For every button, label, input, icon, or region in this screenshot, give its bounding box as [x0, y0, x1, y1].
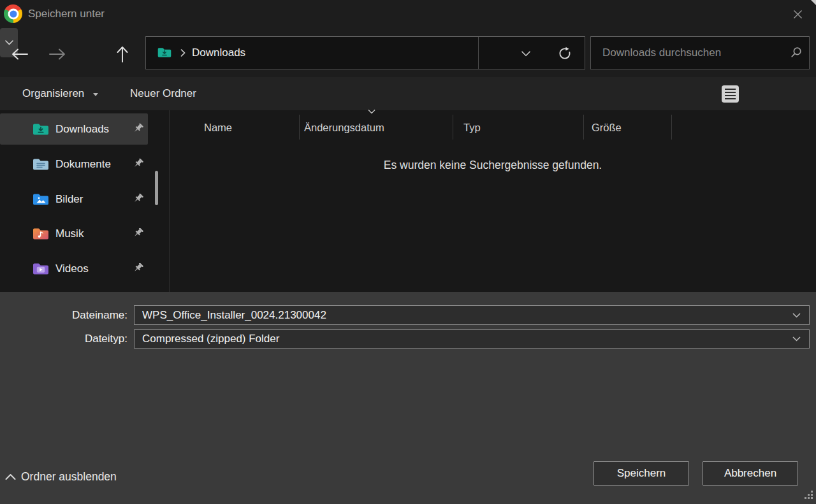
sidebar: Downloads Dokumente — [0, 110, 169, 292]
navigation-bar: Downloads — [0, 28, 816, 77]
sidebar-item-downloads[interactable]: Downloads — [0, 113, 148, 145]
chrome-logo-icon — [4, 4, 22, 23]
downloads-folder-icon — [32, 122, 50, 136]
empty-results-message: Es wurden keine Suchergebnisse gefunden. — [170, 159, 816, 172]
back-icon[interactable] — [6, 40, 34, 68]
window-title: Speichern unter — [28, 0, 105, 28]
breadcrumb[interactable]: Downloads — [192, 37, 245, 69]
filename-dropdown-chevron-icon[interactable] — [789, 308, 803, 322]
up-icon[interactable] — [108, 40, 136, 68]
downloads-folder-icon — [157, 46, 172, 59]
column-header-type[interactable]: Typ — [463, 110, 481, 143]
refresh-icon[interactable] — [557, 45, 573, 62]
documents-folder-icon — [32, 157, 50, 171]
address-bar-divider — [478, 37, 479, 69]
filetype-dropdown-chevron-icon[interactable] — [789, 332, 803, 346]
filename-input[interactable] — [134, 305, 810, 325]
column-header-size[interactable]: Größe — [592, 110, 622, 143]
pin-icon — [133, 263, 143, 274]
pin-icon — [133, 159, 143, 169]
forward-icon[interactable] — [43, 40, 71, 68]
sidebar-item-label: Videos — [55, 263, 89, 275]
titlebar: Speichern unter — [0, 0, 816, 28]
sidebar-item-label: Dokumente — [55, 158, 111, 171]
search-box[interactable] — [590, 36, 810, 69]
file-list: Name Änderungsdatum Typ Größe Es wurden … — [170, 110, 816, 292]
sidebar-item-videos[interactable]: Videos — [0, 253, 148, 284]
column-separator — [453, 115, 453, 140]
window-corner-artifact — [811, 0, 816, 5]
bottom-panel: Dateiname: Dateityp: Ordner ausblenden S… — [0, 292, 816, 504]
sidebar-item-label: Downloads — [55, 123, 109, 136]
filetype-label: Dateityp: — [0, 329, 127, 349]
search-icon[interactable] — [789, 46, 803, 59]
sidebar-item-musik[interactable]: Musik — [0, 218, 148, 249]
column-separator — [299, 115, 300, 140]
pictures-folder-icon — [32, 192, 50, 206]
hide-folders-label: Ordner ausblenden — [21, 470, 117, 484]
column-separator — [583, 115, 584, 140]
sidebar-item-label: Musik — [55, 227, 84, 240]
new-folder-button[interactable]: Neuer Ordner — [130, 77, 196, 110]
sidebar-item-bilder[interactable]: Bilder — [0, 184, 148, 215]
organize-menu[interactable]: Organisieren — [22, 77, 84, 110]
content-area: Downloads Dokumente — [0, 110, 816, 292]
music-folder-icon — [32, 226, 50, 241]
sidebar-item-label: Bilder — [55, 193, 83, 206]
sidebar-item-dokumente[interactable]: Dokumente — [0, 148, 148, 180]
pin-icon — [133, 194, 143, 205]
chevron-up-icon — [5, 473, 16, 480]
save-button[interactable]: Speichern — [594, 461, 689, 486]
organize-caret-icon — [93, 93, 98, 96]
pin-icon — [133, 124, 143, 134]
filetype-select[interactable] — [134, 329, 810, 349]
address-dropdown-chevron-icon[interactable] — [518, 45, 534, 62]
hide-folders-button[interactable]: Ordner ausblenden — [5, 468, 117, 486]
search-input[interactable] — [591, 37, 782, 69]
breadcrumb-chevron-icon[interactable] — [180, 49, 186, 57]
command-toolbar: Organisieren Neuer Ordner ? — [0, 77, 816, 110]
view-mode-icon[interactable] — [722, 85, 739, 103]
column-header-modified[interactable]: Änderungsdatum — [304, 110, 384, 143]
resize-grip[interactable] — [805, 491, 806, 493]
column-header-name[interactable]: Name — [204, 110, 232, 143]
close-icon[interactable] — [788, 6, 807, 22]
cancel-button[interactable]: Abbrechen — [703, 461, 798, 486]
sidebar-scrollbar-thumb[interactable] — [155, 171, 158, 205]
address-bar[interactable]: Downloads — [145, 36, 585, 69]
filename-label: Dateiname: — [0, 305, 127, 325]
save-as-dialog: Speichern unter — [0, 0, 816, 504]
pin-icon — [133, 228, 143, 239]
column-separator — [671, 115, 672, 140]
videos-folder-icon — [32, 261, 50, 276]
